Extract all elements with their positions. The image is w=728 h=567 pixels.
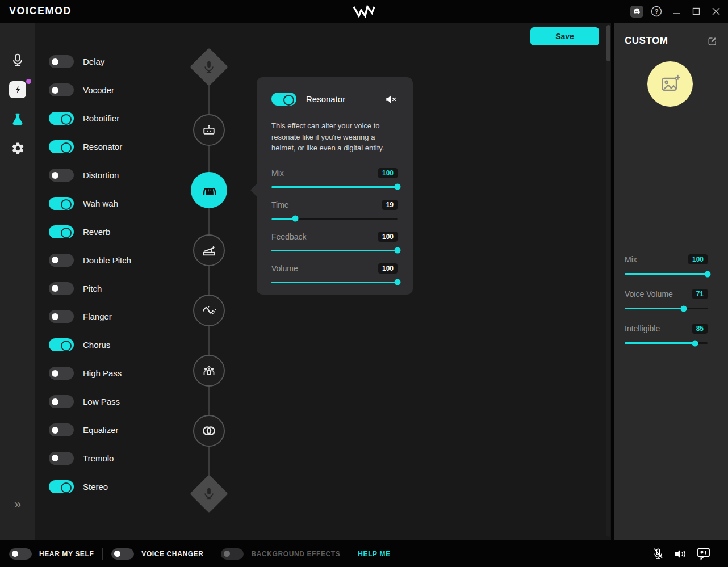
toggle-background-effects[interactable] bbox=[221, 548, 244, 560]
effect-toggle-chorus[interactable] bbox=[49, 338, 74, 351]
effect-toggle-wah-wah[interactable] bbox=[49, 197, 74, 210]
effect-toggle-delay[interactable] bbox=[49, 55, 74, 68]
slider-label: Voice Volume bbox=[625, 289, 673, 299]
close-icon[interactable] bbox=[709, 4, 723, 19]
slider-thumb[interactable] bbox=[705, 271, 711, 277]
save-button[interactable]: Save bbox=[530, 27, 599, 45]
bottom-label: BACKGROUND EFFECTS bbox=[251, 550, 340, 558]
effect-row-vocoder: Vocoder bbox=[49, 76, 131, 104]
effect-row-tremolo: Tremolo bbox=[49, 444, 131, 472]
chain-node-resonator[interactable] bbox=[191, 172, 227, 208]
speaker-icon[interactable] bbox=[673, 548, 687, 560]
slider-thumb[interactable] bbox=[395, 279, 401, 285]
chain-node-output-mic[interactable] bbox=[190, 474, 228, 513]
slider-track[interactable] bbox=[271, 250, 398, 251]
sidebar-item-flask[interactable] bbox=[0, 107, 35, 132]
chain-node-chorus[interactable] bbox=[193, 355, 225, 387]
popup-sliders: Mix100Time19Feedback100Volume100 bbox=[271, 167, 398, 283]
effect-label: Delay bbox=[83, 57, 104, 66]
mic-muted-icon[interactable] bbox=[652, 547, 664, 561]
chain-node-stereo[interactable] bbox=[193, 415, 225, 447]
sidebar-item-microphone[interactable] bbox=[0, 48, 35, 73]
sidebar-expand-chevrons[interactable]: » bbox=[0, 497, 35, 512]
scrollbar-track[interactable] bbox=[606, 25, 610, 537]
minimize-icon[interactable] bbox=[669, 4, 684, 19]
slider-track[interactable] bbox=[271, 282, 398, 283]
resonator-popup: Resonator This effect can alter your voi… bbox=[257, 77, 413, 295]
add-image-icon bbox=[658, 72, 683, 96]
left-sidebar: » bbox=[0, 23, 35, 540]
slider-track[interactable] bbox=[625, 273, 708, 275]
slider-value-badge: 85 bbox=[692, 324, 708, 334]
popup-title: Resonator bbox=[306, 94, 375, 104]
bottom-item-hear-my-self: HEAR MY SELF bbox=[9, 548, 94, 560]
toggle-hear-my-self[interactable] bbox=[9, 548, 32, 560]
slider-label: Intelligible bbox=[625, 324, 660, 333]
chain-node-wah-wah[interactable] bbox=[193, 234, 225, 266]
effect-toggle-stereo[interactable] bbox=[49, 480, 74, 493]
slider-thumb[interactable] bbox=[395, 184, 401, 190]
custom-sliders: Mix100Voice Volume71Intelligible85 bbox=[625, 254, 708, 358]
titlebar: VOICEMOD ? bbox=[0, 0, 728, 23]
notification-dot bbox=[26, 79, 31, 84]
slider-track[interactable] bbox=[625, 342, 708, 344]
soundboard-icon[interactable] bbox=[696, 547, 711, 561]
popup-slider-mix: Mix100 bbox=[271, 167, 398, 188]
effect-label: Chorus bbox=[83, 340, 110, 350]
effect-toggle-high-pass[interactable] bbox=[49, 367, 74, 380]
effect-toggle-pitch[interactable] bbox=[49, 282, 74, 295]
stereo-icon bbox=[199, 421, 219, 440]
effect-toggle-vocoder[interactable] bbox=[49, 83, 74, 96]
help-me-link[interactable]: HELP ME bbox=[358, 550, 390, 558]
custom-voice-panel: CUSTOM Mix100Voice Volume71Intelligible8… bbox=[614, 23, 728, 540]
effect-row-pitch: Pitch bbox=[49, 274, 131, 303]
slider-label: Time bbox=[271, 200, 289, 209]
effect-toggle-double-pitch[interactable] bbox=[49, 254, 74, 267]
avatar-add-image[interactable] bbox=[647, 61, 693, 107]
effect-row-chorus: Chorus bbox=[49, 331, 131, 359]
effect-toggle-reverb[interactable] bbox=[49, 225, 74, 238]
discord-icon[interactable] bbox=[629, 4, 644, 19]
effect-row-flanger: Flanger bbox=[49, 303, 131, 331]
slider-label: Mix bbox=[625, 255, 637, 264]
edit-icon[interactable] bbox=[707, 36, 718, 47]
speaker-muted-icon[interactable] bbox=[385, 94, 398, 104]
effect-row-stereo: Stereo bbox=[49, 472, 131, 501]
effect-toggle-tremolo[interactable] bbox=[49, 452, 74, 465]
slider-thumb[interactable] bbox=[680, 305, 687, 312]
slider-thumb[interactable] bbox=[292, 216, 299, 222]
effect-toggle-distortion[interactable] bbox=[49, 169, 74, 182]
svg-text:?: ? bbox=[655, 8, 659, 15]
effect-row-equalizer: Equalizer bbox=[49, 416, 131, 444]
help-icon[interactable]: ? bbox=[649, 4, 664, 19]
effect-toggle-equalizer[interactable] bbox=[49, 423, 74, 436]
sidebar-item-settings[interactable] bbox=[0, 136, 35, 161]
slider-fill bbox=[271, 186, 398, 188]
slider-thumb[interactable] bbox=[692, 340, 698, 346]
sidebar-item-voicelab[interactable] bbox=[0, 77, 35, 102]
slider-track[interactable] bbox=[625, 308, 708, 309]
effect-toggle-resonator[interactable] bbox=[49, 140, 74, 153]
slider-track[interactable] bbox=[271, 186, 398, 188]
chain-node-robotifier[interactable] bbox=[193, 114, 225, 146]
resonator-popup-toggle[interactable] bbox=[271, 93, 296, 106]
effect-toggle-low-pass[interactable] bbox=[49, 395, 74, 408]
effect-row-low-pass: Low Pass bbox=[49, 388, 131, 416]
chain-node-reverb[interactable] bbox=[193, 295, 225, 326]
effect-toggle-flanger[interactable] bbox=[49, 310, 74, 323]
custom-panel-title: CUSTOM bbox=[625, 35, 668, 47]
voicemod-window: VOICEMOD ? bbox=[0, 0, 728, 567]
effect-row-robotifier: Robotifier bbox=[49, 104, 131, 133]
effect-row-high-pass: High Pass bbox=[49, 359, 131, 388]
maximize-icon[interactable] bbox=[689, 4, 704, 19]
group-icon bbox=[200, 362, 217, 379]
scrollbar-thumb[interactable] bbox=[606, 25, 610, 61]
chain-node-input-mic[interactable] bbox=[190, 48, 228, 86]
effect-label: High Pass bbox=[83, 368, 122, 378]
slider-track[interactable] bbox=[271, 218, 398, 220]
slider-label: Mix bbox=[271, 169, 284, 178]
slider-thumb[interactable] bbox=[395, 247, 401, 254]
effect-toggle-robotifier[interactable] bbox=[49, 112, 74, 125]
toggle-voice-changer[interactable] bbox=[111, 548, 134, 560]
bottom-bar: HEAR MY SELFVOICE CHANGERBACKGROUND EFFE… bbox=[0, 540, 728, 567]
